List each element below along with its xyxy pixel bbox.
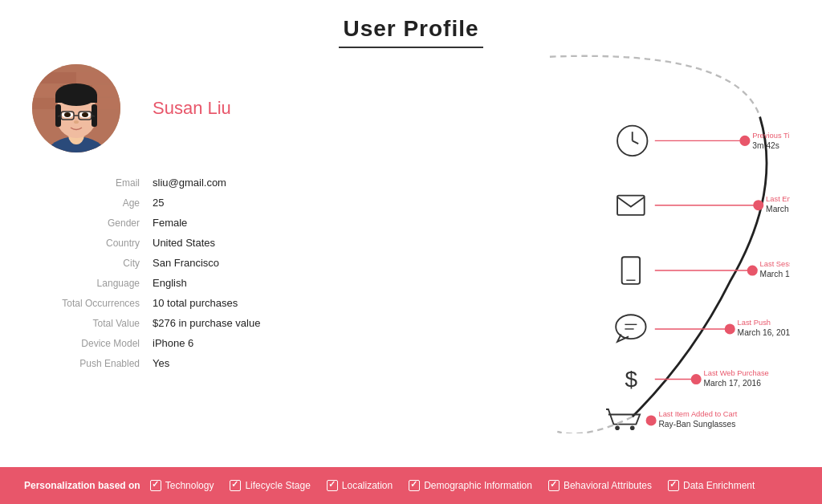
bottom-bar-item-2: Localization [327, 480, 393, 491]
detail-label: Device Model [48, 338, 153, 349]
svg-text:Last Web Purchase: Last Web Purchase [704, 369, 769, 377]
check-icon-2 [327, 480, 338, 491]
check-icon-1 [230, 480, 241, 491]
svg-text:$: $ [625, 367, 637, 392]
detail-value: English [153, 277, 187, 289]
svg-text:March 15, 2016: March 15, 2016 [760, 270, 790, 278]
svg-text:Ray-Ban Sunglasses: Ray-Ban Sunglasses [658, 420, 735, 429]
avatar [32, 64, 120, 152]
svg-text:Previous Time Spent in App: Previous Time Spent in App [752, 132, 790, 140]
detail-value: Female [153, 217, 187, 229]
check-icon-5 [668, 480, 679, 491]
detail-value: sliu@gmail.com [153, 177, 226, 189]
detail-row: Push EnabledYes [48, 357, 377, 369]
detail-label: Push Enabled [48, 358, 153, 369]
detail-value: San Francisco [153, 257, 219, 269]
bottom-bar-item-4: Behavioral Attributes [548, 480, 652, 491]
detail-row: CountryUnited States [48, 237, 377, 249]
detail-value: United States [153, 237, 215, 249]
bottom-bar-item-5: Data Enrichment [668, 480, 755, 491]
timeline-svg: Previous Time Spent in App 3m 42s Last E… [377, 40, 790, 433]
svg-point-57 [630, 426, 635, 431]
main-content: User Profile [0, 0, 822, 467]
check-icon-3 [409, 480, 420, 491]
svg-text:March 17, 2016: March 17, 2016 [704, 379, 762, 388]
svg-rect-12 [55, 95, 97, 103]
svg-line-22 [58, 116, 61, 116]
detail-row: Total Value$276 in purchase value [48, 317, 377, 329]
svg-rect-34 [617, 196, 645, 215]
detail-value: iPhone 6 [153, 337, 193, 349]
bottom-bar-item-label-4: Behavioral Attributes [564, 480, 652, 491]
svg-point-18 [82, 112, 88, 117]
bottom-bar-item-3: Demographic Information [409, 480, 532, 491]
detail-row: Device ModeliPhone 6 [48, 337, 377, 349]
bottom-bar-item-1: Lifecycle Stage [230, 480, 310, 491]
bottom-bar-item-0: Technology [150, 480, 214, 491]
detail-value: $276 in purchase value [153, 317, 260, 329]
svg-point-17 [64, 112, 71, 117]
detail-row: LanguageEnglish [48, 277, 377, 289]
detail-label: Email [48, 177, 153, 189]
bottom-bar-item-label-2: Localization [342, 480, 393, 491]
detail-label: City [48, 258, 153, 269]
detail-row: Emailsliu@gmail.com [48, 177, 377, 189]
check-icon-0 [150, 480, 161, 491]
detail-row: Total Occurrences10 total purchases [48, 297, 377, 309]
user-name: Susan Liu [153, 98, 231, 119]
detail-label: Total Occurrences [48, 298, 153, 309]
svg-point-24 [74, 120, 79, 124]
check-icon-4 [548, 480, 560, 491]
svg-text:Last Session: Last Session [760, 260, 790, 268]
svg-text:March 11, 2016: March 11, 2016 [766, 205, 790, 213]
detail-row: GenderFemale [48, 217, 377, 229]
svg-point-56 [615, 426, 620, 431]
detail-label: Age [48, 197, 153, 209]
bottom-bar-item-label-3: Demographic Information [424, 480, 532, 491]
left-panel: Susan Liu Emailsliu@gmail.comAge25Gender… [32, 64, 377, 377]
svg-rect-1 [32, 72, 76, 83]
page-title: User Profile [32, 16, 790, 42]
bottom-bar-label: Personalization based on [24, 480, 140, 491]
bottom-bar-item-label-0: Technology [165, 480, 214, 491]
detail-row: Age25 [48, 197, 377, 209]
bottom-bar: Personalization based on Technology Life… [0, 467, 822, 504]
details-table: Emailsliu@gmail.comAge25GenderFemaleCoun… [48, 177, 377, 369]
svg-point-55 [647, 416, 656, 425]
svg-text:Last Push: Last Push [738, 319, 771, 327]
svg-text:March 16, 2016: March 16, 2016 [738, 328, 790, 337]
detail-row: CitySan Francisco [48, 257, 377, 269]
avatar-name-row: Susan Liu [32, 64, 377, 152]
bottom-bar-item-label-1: Lifecycle Stage [245, 480, 310, 491]
detail-label: Country [48, 238, 153, 249]
svg-text:3m 42s: 3m 42s [752, 141, 779, 150]
detail-label: Language [48, 278, 153, 289]
svg-line-23 [92, 116, 95, 116]
detail-value: Yes [153, 357, 169, 369]
detail-label: Total Value [48, 318, 153, 329]
svg-text:Last Item Added to Cart: Last Item Added to Cart [658, 410, 737, 418]
svg-text:Last Email: Last Email [766, 195, 790, 203]
profile-section: Susan Liu Emailsliu@gmail.comAge25Gender… [32, 64, 790, 457]
svg-line-29 [633, 140, 638, 144]
detail-label: Gender [48, 217, 153, 229]
svg-rect-2 [76, 72, 120, 83]
detail-value: 25 [153, 197, 164, 209]
right-panel: Previous Time Spent in App 3m 42s Last E… [377, 64, 790, 457]
bottom-bar-item-label-5: Data Enrichment [683, 480, 755, 491]
detail-value: 10 total purchases [153, 297, 238, 309]
